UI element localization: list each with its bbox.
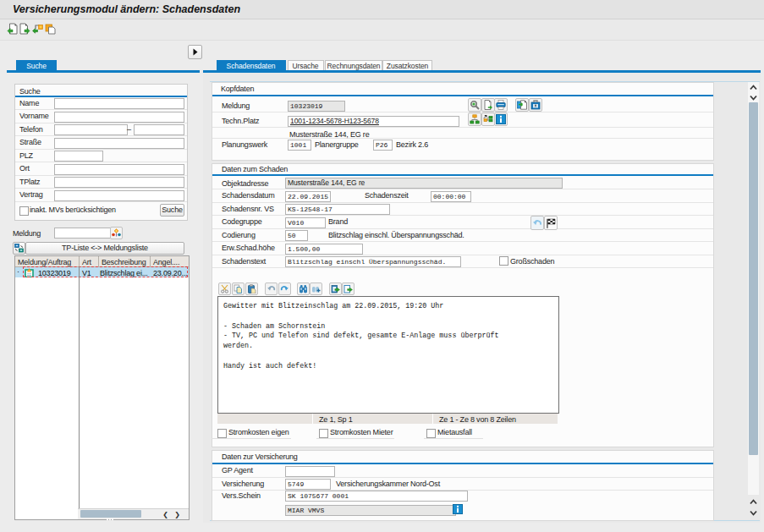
status-cell-separator	[312, 414, 313, 424]
vorname-input[interactable]	[54, 112, 184, 123]
vertrag-label: Vertrag	[19, 190, 43, 199]
form-row: Vers.Schein SK 1075677 0001	[212, 489, 713, 502]
codegruppe-input[interactable]: V010	[285, 217, 326, 228]
print-icon[interactable]	[494, 98, 508, 112]
schadensdatum-input[interactable]: 22.09.2015	[285, 191, 331, 202]
name-input[interactable]	[54, 98, 184, 109]
find-next-icon[interactable]	[310, 282, 322, 295]
codierung-input[interactable]: 50	[285, 230, 308, 241]
schadensdatum-label: Schadensdatum	[222, 191, 274, 200]
mietausfall-checkbox[interactable]	[426, 429, 436, 438]
vorname-label: Vorname	[19, 112, 49, 120]
meldung-structure-icon[interactable]	[110, 227, 123, 239]
display-icon[interactable]	[468, 98, 481, 112]
form-row: Codegruppe V010 Brand	[212, 215, 713, 229]
editor-line: - Schaden am Schornstein	[223, 322, 325, 331]
col-art[interactable]: Art	[82, 258, 91, 266]
miar-info-icon[interactable]	[453, 504, 463, 514]
gp-agent-input[interactable]	[285, 466, 335, 477]
form-row: Objektadresse Musterstraße 144, EG re	[212, 176, 713, 190]
grossschaden-checkbox[interactable]	[499, 256, 508, 266]
redo-icon[interactable]	[278, 282, 291, 295]
stromkosten-mieter-checkbox[interactable]	[319, 429, 328, 438]
kopfdaten-underline	[212, 95, 713, 96]
cut-icon[interactable]	[218, 282, 231, 295]
other-object-icon[interactable]	[7, 23, 18, 35]
ort-input[interactable]	[54, 164, 184, 175]
object-links-icon[interactable]	[529, 98, 542, 112]
editor-line: Handy ist auch defekt!	[223, 362, 316, 370]
scroll-down-icon[interactable]	[750, 95, 757, 101]
miar-field: MIAR VMVS	[285, 505, 456, 516]
undo-icon[interactable]	[265, 282, 278, 295]
expand-panel-button[interactable]	[188, 45, 202, 59]
activity-flag-icon[interactable]	[544, 216, 558, 230]
strasse-label: Straße	[19, 138, 41, 146]
longtext-editor[interactable]: Gewitter mit Blitzeinschlag am 22.09.201…	[217, 296, 559, 414]
assign-document-icon[interactable]	[515, 98, 529, 112]
plz-input[interactable]	[54, 151, 103, 162]
stromkosten-eigen-checkbox[interactable]	[217, 429, 227, 438]
info-icon[interactable]	[494, 112, 508, 126]
versicherung-title: Daten zur Versicherung	[222, 452, 298, 461]
schadenstext-input[interactable]: Blitzschlag einschl Überspannungsschäd.	[285, 256, 461, 267]
copy-icon[interactable]	[45, 23, 56, 35]
grossschaden-label: Großschaden	[510, 257, 554, 266]
page-title: Versicherungsmodul ändern: Schadensdaten	[13, 3, 240, 15]
objektadresse-label: Objektadresse	[222, 179, 268, 188]
subscreen-scroll-down-icon[interactable]	[750, 510, 757, 516]
application-toolbar	[0, 19, 764, 41]
form-row: Name	[15, 96, 187, 111]
undo-code-icon[interactable]	[530, 216, 544, 230]
subscreen-scroll-up-icon[interactable]	[750, 499, 757, 505]
find-icon[interactable]	[297, 282, 310, 295]
planungswerk-input[interactable]: 1001	[288, 140, 311, 151]
swap-list-icon-button[interactable]	[13, 242, 25, 255]
vertrag-input[interactable]	[54, 190, 184, 201]
schadhoehe-input[interactable]: 1.500,00	[285, 244, 363, 255]
schadhoehe-label: Erw.Schad.höhe	[222, 244, 275, 252]
versschein-input[interactable]: SK 1075677 0001	[285, 491, 468, 502]
technplatz-input[interactable]: 1001-1234-5678-H123-5678	[288, 116, 459, 127]
right-scroll-thumb[interactable]	[749, 102, 758, 455]
thumb-grip	[107, 513, 114, 522]
meldung-label: Meldung	[13, 229, 41, 238]
editor-line-range: Ze 1 - Ze 8 von 8 Zeilen	[439, 415, 516, 424]
structure-display-icon[interactable]	[468, 112, 481, 126]
technplatz-label: Techn.Platz	[222, 117, 259, 125]
scroll-left-icon[interactable]: ❮	[162, 511, 168, 518]
hscroll-thumb[interactable]	[80, 510, 141, 518]
strasse-input[interactable]	[54, 138, 184, 149]
reference-object-icon[interactable]	[32, 23, 43, 35]
telefon2-input[interactable]	[134, 124, 184, 135]
table-hscrollbar[interactable]: ❮ ❯	[78, 508, 189, 519]
col-beschreibung[interactable]: Beschreibung	[102, 258, 146, 266]
copy-text-icon[interactable]	[232, 282, 245, 295]
scroll-right-icon[interactable]: ❯	[174, 511, 180, 518]
planergruppe-input[interactable]: P26	[373, 140, 393, 151]
tp-liste-button[interactable]: TP-Liste <-> Meldungsliste	[25, 242, 184, 255]
telefon-input[interactable]	[54, 124, 128, 135]
search-button[interactable]: Suche	[160, 204, 184, 217]
tplatz-input[interactable]	[54, 177, 184, 188]
inakt-mvs-checkbox[interactable]	[19, 206, 29, 216]
paste-icon[interactable]	[245, 282, 258, 295]
schadensnr-input[interactable]: KS-12548-17	[285, 204, 390, 215]
scroll-up-icon[interactable]	[750, 85, 757, 90]
download-text-icon[interactable]	[342, 282, 355, 295]
display-document-icon[interactable]	[481, 98, 495, 112]
schadenszeit-label: Schadenszeit	[365, 191, 409, 200]
form-row: TPlatz	[15, 175, 187, 189]
col-angelegt[interactable]: Angel....	[153, 258, 179, 266]
next-object-icon[interactable]	[19, 23, 30, 35]
structure-list-icon[interactable]	[481, 112, 495, 126]
upload-text-icon[interactable]	[329, 282, 342, 295]
form-row: Meldung 10323019	[212, 99, 713, 113]
schadenszeit-input[interactable]: 00:00:00	[431, 191, 471, 202]
tab-label: Ursache	[293, 62, 319, 70]
ort-label: Ort	[19, 164, 30, 173]
col-meldung-auftrag[interactable]: Meldung/Auftrag	[18, 258, 71, 266]
codegruppe-text: Brand	[328, 217, 348, 226]
stromkosten-eigen-label: Stromkosten eigen	[228, 428, 289, 436]
meldung-input[interactable]	[54, 228, 113, 239]
